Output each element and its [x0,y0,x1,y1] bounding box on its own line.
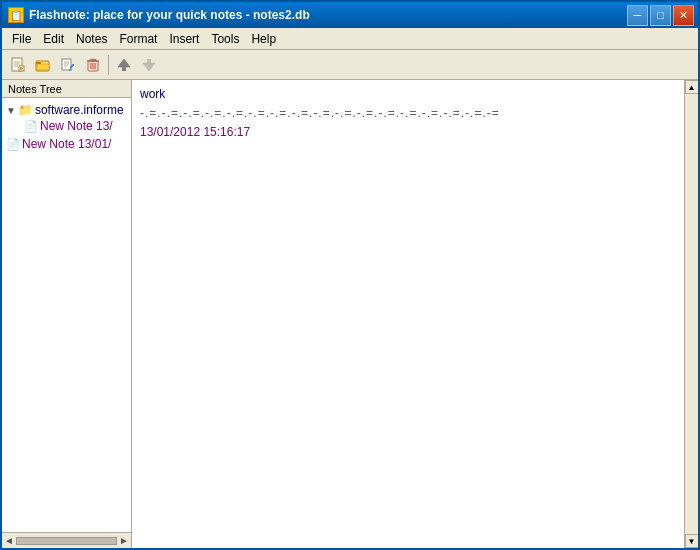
open-icon [35,57,51,73]
notes-tree: ▼ 📁 software.informe 📄 New Note 13/ 📄 Ne… [2,98,131,532]
open-button[interactable] [31,53,55,77]
up-arrow-icon [116,57,132,73]
title-bar-left: 📋 Flashnote: place for your quick notes … [8,7,310,23]
svg-marker-19 [118,59,130,67]
down-arrow-icon [141,57,157,73]
note-separator: -.=.-.=.-.=.-.=.-.=.-.=.-.=.-.=.-.=.-.=.… [140,105,690,122]
move-up-button[interactable] [112,53,136,77]
new-note-icon [10,57,26,73]
sidebar: Notes Tree ▼ 📁 software.informe 📄 New No… [2,80,132,548]
app-icon: 📋 [8,7,24,23]
delete-button[interactable] [81,53,105,77]
scroll-thumb[interactable] [16,537,117,545]
window-title: Flashnote: place for your quick notes - … [29,8,310,22]
sidebar-header: Notes Tree [2,80,131,98]
main-window: 📋 Flashnote: place for your quick notes … [0,0,700,550]
menu-bar: File Edit Notes Format Insert Tools Help [2,28,698,50]
scroll-left-button[interactable]: ◄ [4,535,14,546]
scrollbar-down-button[interactable]: ▼ [685,534,699,548]
note-root-icon: 📄 [6,138,20,151]
content-scrollbar: ▲ ▼ [684,80,698,548]
scrollbar-up-button[interactable]: ▲ [685,80,699,94]
note-child-icon: 📄 [24,120,38,133]
toolbar [2,50,698,80]
tree-item-new-note-root[interactable]: 📄 New Note 13/01/ [2,136,131,152]
tree-item-new-note-child[interactable]: 📄 New Note 13/ [2,118,131,134]
svg-rect-8 [36,62,41,64]
maximize-button[interactable]: □ [650,5,671,26]
delete-icon [85,57,101,73]
move-down-button[interactable] [137,53,161,77]
note-title: work [140,86,690,103]
edit-icon [60,57,76,73]
tree-expand-icon: ▼ [6,105,16,116]
folder-icon: 📁 [18,103,33,117]
tree-item-software-informer[interactable]: ▼ 📁 software.informe [2,102,131,118]
menu-help[interactable]: Help [245,30,282,48]
menu-edit[interactable]: Edit [37,30,70,48]
svg-marker-21 [143,63,155,71]
menu-insert[interactable]: Insert [163,30,205,48]
edit-button[interactable] [56,53,80,77]
sidebar-bottom-bar: ◄ ► [2,532,131,548]
toolbar-separator-1 [108,55,109,75]
svg-rect-22 [147,59,151,63]
note-date: 13/01/2012 15:16:17 [140,124,690,141]
menu-tools[interactable]: Tools [205,30,245,48]
main-area: Notes Tree ▼ 📁 software.informe 📄 New No… [2,80,698,548]
svg-rect-20 [122,67,126,71]
note-content: work -.=.-.=.-.=.-.=.-.=.-.=.-.=.-.=.-.=… [132,80,698,548]
menu-format[interactable]: Format [113,30,163,48]
scroll-right-button[interactable]: ► [119,535,129,546]
menu-file[interactable]: File [6,30,37,48]
minimize-button[interactable]: ─ [627,5,648,26]
content-area: work -.=.-.=.-.=.-.=.-.=.-.=.-.=.-.=.-.=… [132,80,698,548]
title-bar: 📋 Flashnote: place for your quick notes … [2,2,698,28]
close-button[interactable]: ✕ [673,5,694,26]
menu-notes[interactable]: Notes [70,30,113,48]
window-controls: ─ □ ✕ [627,5,694,26]
new-note-button[interactable] [6,53,30,77]
